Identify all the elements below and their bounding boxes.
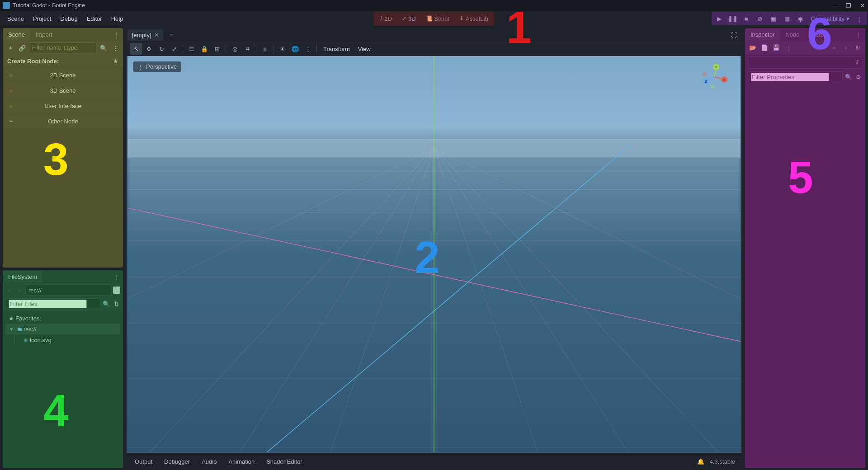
select-list-icon[interactable]: ☰	[186, 43, 198, 55]
tab-inspector[interactable]: Inspector	[745, 29, 780, 40]
tab-debugger[interactable]: Debugger	[160, 456, 194, 467]
tab-audio[interactable]: Audio	[197, 456, 221, 467]
inspector-filter-input[interactable]	[748, 71, 843, 82]
tab-shader-editor[interactable]: Shader Editor	[262, 456, 307, 467]
menu-scene[interactable]: Scene	[3, 13, 28, 25]
filesystem-dock-menu-icon[interactable]: ⋮	[110, 273, 123, 280]
play-scene-button[interactable]: ▣	[768, 13, 779, 24]
renderer-dropdown[interactable]: Compatibility▾	[808, 14, 852, 24]
snap-icon[interactable]: ⌗	[241, 43, 253, 55]
root-user-interface[interactable]: ○User Interface	[5, 99, 120, 113]
play-button[interactable]: ▶	[713, 13, 725, 24]
resource-path-field[interactable]: ⚷	[748, 56, 863, 69]
root-3d-scene[interactable]: ○3D Scene	[5, 83, 120, 98]
playtest-controls: ▶ ❚❚ ■ ⎚ ▣ ▦ ◉ Compatibility▾ ⋮	[713, 13, 865, 24]
tab-output[interactable]: Output	[130, 456, 157, 467]
menu-project[interactable]: Project	[28, 13, 56, 25]
pause-button[interactable]: ❚❚	[727, 13, 739, 24]
scale-tool-icon[interactable]: ⤢	[168, 43, 180, 55]
scene-toolbar-menu-icon[interactable]: ⋮	[110, 43, 120, 53]
filter-settings-icon[interactable]: ⚙	[854, 74, 863, 80]
lock-icon[interactable]: 🔒	[198, 43, 210, 55]
svg-text:Z: Z	[705, 80, 708, 84]
open-resource-icon[interactable]: 📂	[748, 42, 758, 52]
preview-menu-icon[interactable]: ⋮	[302, 43, 314, 55]
nav-back-icon[interactable]: ‹	[5, 287, 14, 294]
sort-icon[interactable]: ⇅	[112, 301, 120, 307]
root-other-node[interactable]: ＋Other Node	[5, 114, 120, 129]
search-icon[interactable]: 🔍	[99, 43, 108, 53]
nav-forward-icon[interactable]: ›	[15, 287, 24, 294]
camera-preview-icon[interactable]: ▣	[259, 43, 271, 55]
menu-debug[interactable]: Debug	[56, 13, 82, 25]
tab-scene[interactable]: Scene	[3, 29, 30, 40]
rotate-tool-icon[interactable]: ↻	[156, 43, 167, 55]
search-icon[interactable]: 🔍	[102, 301, 110, 307]
scene-tab-empty[interactable]: [empty] ✕	[127, 29, 164, 41]
tab-filesystem[interactable]: FileSystem	[3, 271, 42, 282]
tab-history[interactable]: History	[805, 29, 834, 40]
window-title: Tutorial Godot - Godot Engine	[13, 2, 832, 9]
save-resource-icon[interactable]: 💾	[771, 42, 781, 52]
tab-animation[interactable]: Animation	[224, 456, 259, 467]
local-space-icon[interactable]: ◎	[229, 43, 241, 55]
move-tool-icon[interactable]: ✥	[143, 43, 155, 55]
scene-dock-menu-icon[interactable]: ⋮	[110, 31, 123, 38]
movie-maker-icon[interactable]: ◉	[795, 13, 807, 24]
instantiate-scene-button[interactable]: 🔗	[17, 43, 27, 53]
menu-help[interactable]: Help	[107, 13, 128, 25]
transform-menu[interactable]: Transform	[320, 44, 354, 54]
tab-import[interactable]: Import	[30, 29, 58, 40]
inspector-dock-menu-icon[interactable]: ⋮	[852, 31, 865, 38]
workspace-assetlib[interactable]: ⬇AssetLib	[455, 13, 493, 25]
svg-text:Y: Y	[715, 65, 717, 69]
path-field[interactable]: res://	[25, 285, 111, 296]
file-row[interactable]: ◉icon.svg	[5, 334, 120, 345]
image-file-icon: ◉	[22, 337, 30, 343]
search-icon[interactable]: 🔍	[844, 74, 853, 80]
maximize-icon[interactable]: ❐	[845, 2, 852, 9]
remote-debug-icon[interactable]: ⎚	[754, 13, 766, 24]
filesystem-filter-input[interactable]	[5, 298, 100, 309]
stop-button[interactable]: ■	[741, 13, 752, 24]
3d-viewport[interactable]: ⋮ Perspective X Y Z	[127, 56, 741, 453]
close-icon[interactable]: ✕	[859, 2, 865, 9]
history-forward-icon[interactable]: ›	[841, 42, 851, 52]
favorite-icon[interactable]: ★	[113, 58, 118, 65]
workspace-2d[interactable]: ⤴2D	[375, 13, 396, 25]
play-custom-scene-button[interactable]: ▦	[781, 13, 793, 24]
history-back-icon[interactable]: ‹	[829, 42, 839, 52]
view-menu[interactable]: View	[354, 44, 374, 54]
right-menu-dots-icon[interactable]: ⋮	[854, 15, 865, 22]
annotation-3: 3	[43, 136, 69, 182]
resource-menu-icon[interactable]: ⋮	[783, 42, 793, 52]
workspace-3d[interactable]: ⤢3D	[397, 13, 420, 25]
favorites-row[interactable]: ★Favorites:	[5, 313, 120, 324]
notifications-icon[interactable]: 🔔	[694, 458, 707, 465]
menu-editor[interactable]: Editor	[82, 13, 107, 25]
inspector-dock: 5 Inspector Node History ⋮ 📂 📄 💾 ⋮ ‹ › ↻…	[745, 28, 865, 468]
axis-gizmo[interactable]: X Y Z	[701, 63, 728, 90]
chevron-down-icon: ▾	[846, 15, 849, 22]
distraction-free-icon[interactable]: ⛶	[727, 30, 741, 40]
res-root-row[interactable]: ▾🖿res://	[5, 324, 120, 334]
plus-icon: ＋	[5, 118, 16, 126]
add-node-button[interactable]: ＋	[5, 43, 15, 53]
select-tool-icon[interactable]: ↖	[130, 43, 142, 55]
close-tab-icon[interactable]: ✕	[154, 32, 159, 38]
filesystem-dock: 4 FileSystem ⋮ ‹ › res:// 🔍 ⇅ ★Favorit	[3, 270, 123, 468]
environment-icon[interactable]: 🌐	[289, 43, 301, 55]
minimize-icon[interactable]: —	[832, 2, 838, 9]
manage-object-icon[interactable]: ⚷	[855, 58, 859, 65]
load-resource-icon[interactable]: 📄	[760, 42, 769, 52]
perspective-dropdown[interactable]: ⋮ Perspective	[133, 61, 181, 72]
sun-icon[interactable]: ☀	[277, 43, 288, 55]
tab-node[interactable]: Node	[780, 29, 805, 40]
history-list-icon[interactable]: ↻	[853, 42, 863, 52]
toggle-view-icon[interactable]	[113, 287, 120, 294]
add-scene-tab-icon[interactable]: ＋	[164, 29, 179, 41]
root-2d-scene[interactable]: ○2D Scene	[5, 68, 120, 83]
scene-filter-input[interactable]	[29, 42, 97, 53]
workspace-script[interactable]: 📜Script	[421, 13, 454, 25]
group-icon[interactable]: ⊞	[211, 43, 223, 55]
